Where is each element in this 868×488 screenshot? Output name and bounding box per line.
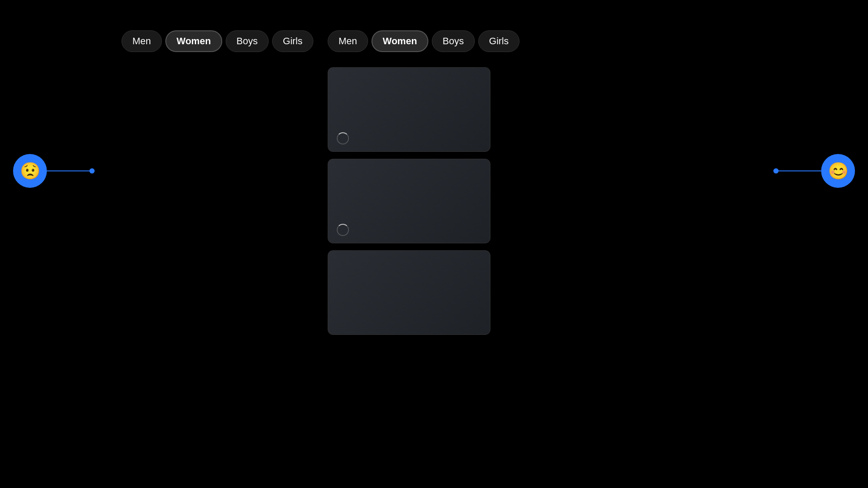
tab-men-left[interactable]: Men [122, 30, 162, 52]
tab-group-right: Men Women Boys Girls [328, 30, 519, 52]
card-1 [328, 67, 490, 152]
tab-women-right[interactable]: Women [372, 30, 428, 52]
next-button[interactable]: 😊 [821, 154, 855, 188]
loading-spinner-1 [337, 132, 347, 143]
tab-girls-left[interactable]: Girls [272, 30, 313, 52]
nav-arrow-left: 😟 [13, 154, 95, 188]
tab-men-right[interactable]: Men [328, 30, 368, 52]
tab-boys-right[interactable]: Boys [432, 30, 475, 52]
connector-line-left [47, 170, 95, 171]
tab-girls-right[interactable]: Girls [478, 30, 519, 52]
card-2 [328, 159, 490, 243]
loading-spinner-2 [337, 224, 347, 234]
tab-group-left: Men Women Boys Girls [122, 30, 313, 52]
tab-boys-left[interactable]: Boys [226, 30, 269, 52]
nav-arrow-right: 😊 [773, 154, 855, 188]
connector-line-right [773, 170, 821, 171]
tab-women-left[interactable]: Women [165, 30, 222, 52]
cards-container [328, 67, 490, 335]
prev-button[interactable]: 😟 [13, 154, 47, 188]
card-3 [328, 250, 490, 335]
